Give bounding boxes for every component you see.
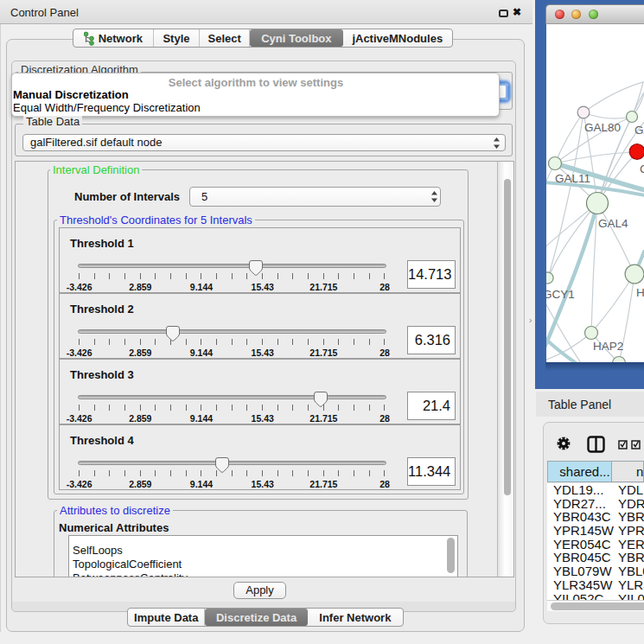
svg-text:GA: GA xyxy=(634,124,644,137)
svg-text:GAL4: GAL4 xyxy=(598,217,628,230)
svg-text:GAL11: GAL11 xyxy=(555,172,590,185)
svg-text:HAP2: HAP2 xyxy=(593,340,623,353)
svg-text:GAL80: GAL80 xyxy=(584,121,621,134)
svg-text:C: C xyxy=(640,163,644,175)
svg-text:GCY1: GCY1 xyxy=(546,288,575,301)
svg-text:H: H xyxy=(636,286,644,299)
